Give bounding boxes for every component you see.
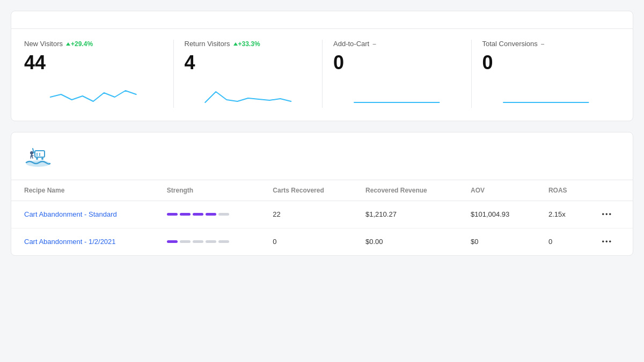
metric-value: 0	[482, 52, 610, 73]
recovered-revenue-cell: $0.00	[353, 228, 458, 255]
metric-change: +29.4%	[66, 40, 93, 48]
table-header-1: Strength	[154, 180, 260, 201]
recovered-revenue-cell: $1,210.27	[353, 201, 458, 228]
recipe-name-link[interactable]: Cart Abandonment - 1/2/2021	[24, 238, 116, 246]
table-header-4: AOV	[458, 180, 536, 201]
metric-value: 44	[24, 52, 163, 73]
metric-label: Return Visitors	[185, 40, 230, 48]
more-actions-cell[interactable]: •••	[589, 201, 633, 228]
carts-recovered-cell: 0	[260, 228, 353, 255]
sparkline-svg	[333, 81, 460, 108]
site-metrics-card: New Visitors+29.4%44Return Visitors+33.3…	[11, 11, 633, 121]
strength-segment-4	[218, 240, 229, 243]
table-row: Cart Abandonment - Standard22$1,210.27$1…	[11, 201, 633, 228]
metric-item-3: Total Conversions–0	[471, 40, 620, 108]
table-header-2: Carts Recovered	[260, 180, 353, 201]
strength-segment-1	[180, 213, 191, 216]
aov-cell: $0	[458, 228, 536, 255]
sparkline-svg	[185, 81, 312, 108]
strength-segment-3	[206, 240, 216, 243]
metric-change: +33.3%	[233, 40, 260, 48]
recipe-name-cell: Cart Abandonment - 1/2/2021	[11, 228, 154, 255]
sparkline-svg	[24, 81, 163, 108]
recipe-name-cell: Cart Abandonment - Standard	[11, 201, 154, 228]
roas-cell: 2.15x	[536, 201, 589, 228]
metric-change: –	[372, 40, 376, 48]
aov-cell: $101,004.93	[458, 201, 536, 228]
table-header-0: Recipe Name	[11, 180, 154, 201]
metrics-grid: New Visitors+29.4%44Return Visitors+33.3…	[11, 29, 633, 121]
strength-segment-3	[206, 213, 216, 216]
metric-value: 0	[333, 52, 460, 73]
table-header-5: ROAS	[536, 180, 589, 201]
roas-cell: 0	[536, 228, 589, 255]
table-header-3: Recovered Revenue	[353, 180, 458, 201]
cart-abandonment-table: Recipe NameStrengthCarts RecoveredRecove…	[11, 180, 633, 255]
strength-segment-0	[167, 240, 178, 243]
sparkline	[185, 81, 312, 108]
arrow-up-icon	[66, 42, 70, 46]
strength-segment-2	[193, 213, 203, 216]
table-row: Cart Abandonment - 1/2/20210$0.00$00•••	[11, 228, 633, 255]
sparkline-svg	[482, 81, 610, 108]
strength-cell	[154, 228, 260, 255]
strength-bar	[167, 240, 247, 243]
sparkline	[333, 81, 460, 108]
metric-item-0: New Visitors+29.4%44	[24, 40, 173, 108]
strength-segment-4	[218, 213, 229, 216]
metric-value: 4	[185, 52, 312, 73]
sparkline	[24, 81, 163, 108]
metric-item-1: Return Visitors+33.3%4	[173, 40, 323, 108]
svg-point-4	[36, 158, 38, 160]
arrow-up-icon	[233, 42, 238, 46]
cart-abandonment-icon	[24, 142, 52, 170]
strength-segment-2	[193, 240, 203, 243]
site-metrics-header	[11, 11, 633, 29]
svg-point-5	[41, 158, 43, 160]
metric-label: Total Conversions	[482, 40, 538, 48]
metric-change: –	[541, 40, 545, 48]
strength-bar	[167, 213, 247, 216]
metric-item-2: Add-to-Cart–0	[322, 40, 471, 108]
table-header-6	[589, 180, 633, 201]
carts-recovered-cell: 22	[260, 201, 353, 228]
cart-abandonment-card: Recipe NameStrengthCarts RecoveredRecove…	[11, 132, 633, 256]
metric-label: New Visitors	[24, 40, 63, 48]
sparkline	[482, 81, 610, 108]
svg-point-8	[30, 151, 33, 154]
recipe-name-link[interactable]: Cart Abandonment - Standard	[24, 210, 117, 218]
strength-segment-1	[180, 240, 191, 243]
strength-cell	[154, 201, 260, 228]
metric-label: Add-to-Cart	[333, 40, 369, 48]
more-actions-cell[interactable]: •••	[589, 228, 633, 255]
strength-segment-0	[167, 213, 178, 216]
car-header	[11, 132, 633, 180]
